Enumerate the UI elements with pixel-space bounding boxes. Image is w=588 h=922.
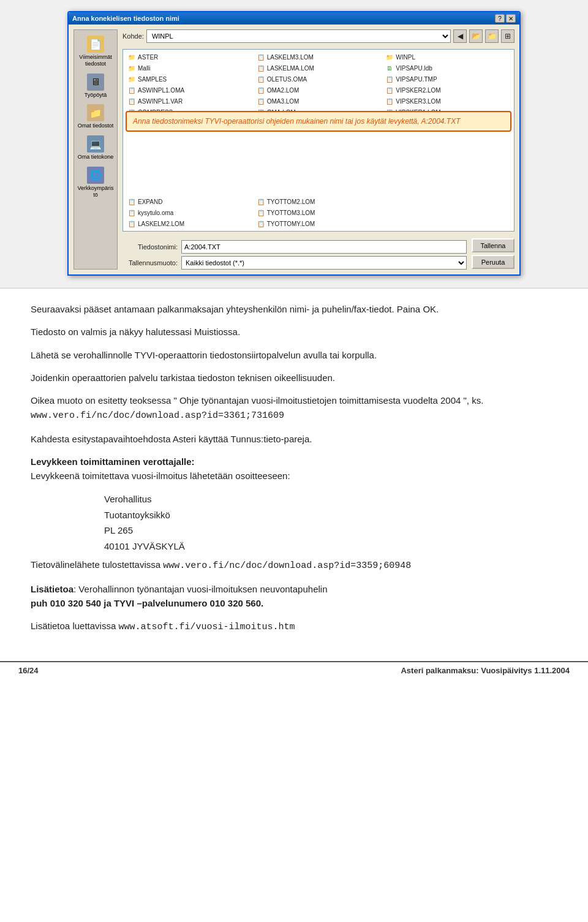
page-footer: 16/24 Asteri palkanmaksu: Vuosipäivitys … [0,661,588,679]
file-name: VIPSKER3.LOM [396,98,440,105]
para6: Kahdesta esitystapavaihtoehdosta Asteri … [31,432,557,446]
tietovaline-label: Tietovälinelähete tulostettavissa [31,559,160,570]
cancel-button[interactable]: Peruuta [472,255,514,269]
filetype-field-row: Tallennusmuoto: Kaikki tiedostot (*.*) [123,256,467,270]
lom-icon: 📋 [257,86,265,94]
lom-icon: 📋 [257,208,265,217]
network-icon: 🌐 [87,167,104,184]
para2: Tiedosto on valmis ja näkyy halutessasi … [31,325,557,339]
filetype-select[interactable]: Kaikki tiedostot (*.*) [181,256,467,270]
lom-icon: 📋 [257,53,265,61]
file-name: ASTER [138,54,158,61]
view-button[interactable]: ⊞ [501,29,514,43]
file-oma3[interactable]: 📋 OMA3.LOM [255,96,383,106]
section-intro: Levykkeenä toimitettava vuosi-ilmoitus l… [31,470,290,481]
file-winpl[interactable]: 📁 WINPL [383,52,511,62]
help-button[interactable]: ? [495,14,505,23]
address-line2: Tuotantoyksikkö [104,507,557,523]
file-expand[interactable]: 📋 EXPAND [126,197,254,206]
newfolder-button[interactable]: 📁 [485,29,499,43]
file-name: Malli [138,65,151,72]
file-oma2[interactable]: 📋 OMA2.LOM [255,85,383,95]
file-tyottom3[interactable]: 📋 TYOTTOM3.LOM [255,208,383,217]
file-name: LASKELM2.LOM [138,221,184,227]
file-name: OLETUS.OMA [267,76,307,83]
file-vipsker2[interactable]: 📋 VIPSKER2.LOM [383,85,511,95]
file-aswinpl1-var[interactable]: 📋 ASWINPL1.VAR [126,96,254,106]
file-vipsker3[interactable]: 📋 VIPSKER3.LOM [383,96,511,106]
sidebar-network[interactable]: 🌐 Verkkoympäristö [76,165,115,200]
dialog-body: 📄 Viimeisimmät tiedostot 🖥 Työpöytä 📁 Om… [69,25,519,274]
annotation-box: Anna tiedostonimeksi TYVI-operaattorisi … [126,111,511,132]
recent-icon: 📄 [87,36,104,53]
up-button[interactable]: 📂 [469,29,483,43]
para1: Seuraavaksi pääset antamaan palkanmaksaj… [31,302,557,316]
file-name: OMA3.LOM [267,98,300,105]
lom-icon: 📋 [257,64,265,72]
dialog-fields: Tiedostonimi: Tallennusmuoto: Kaikki tie… [123,240,467,270]
file-laskelma[interactable]: 📋 LASKELMA.LOM [255,63,383,73]
lisatietoa2-link: www.atsoft.fi/vuosi-ilmoitus.htm [118,622,295,632]
sidebar-computer[interactable]: 💻 Oma tietokone [76,134,115,162]
lom-icon: 📋 [385,86,394,94]
file-name: TYOTTOMY.LOM [267,221,315,227]
docs-label: Omat tiedostot [78,123,114,129]
dialog-sidebar: 📄 Viimeisimmät tiedostot 🖥 Työpöytä 📁 Om… [74,29,118,270]
file-aswinpl1-oma[interactable]: 📋 ASWINPL1.OMA [126,85,254,95]
network-label: Verkkoympäristö [77,185,114,198]
lisatietoa2-text: Lisätietoa luettavissa [31,621,116,631]
file-name: VIPSKER2.LOM [396,87,440,94]
file-icon: 📋 [385,75,394,83]
sidebar-recent[interactable]: 📄 Viimeisimmät tiedostot [76,34,115,69]
file-icon: 📋 [127,208,136,217]
save-button[interactable]: Tallenna [472,238,514,252]
file-laskelm3[interactable]: 📋 LASKELM3.LOM [255,52,383,62]
close-button[interactable]: ✕ [506,14,516,23]
file-name: OMA2.LOM [267,87,300,94]
dialog-buttons: Tallenna Peruuta [469,238,514,269]
folder-icon: 📁 [127,64,136,72]
lom-icon: 📋 [385,97,394,105]
address-line4: 40101 JYVÄSKYLÄ [104,538,557,554]
lom-icon: 📋 [127,219,136,228]
file-name: LASKELMA.LOM [267,65,314,72]
sidebar-docs[interactable]: 📁 Omat tiedostot [76,102,115,131]
file-kysytulo[interactable]: 📋 kysytulo.oma [126,208,254,217]
filename-input[interactable] [181,240,467,254]
file-tyottomy[interactable]: 📋 TYOTTOMY.LOM [255,219,383,229]
file-laskelm2[interactable]: 📋 LASKELM2.LOM [126,219,254,229]
para4: Joidenkin operaattorien palvelu tarkista… [31,371,557,385]
para3: Lähetä se verohallinnolle TYVI-operaatto… [31,348,557,362]
file-vipsapu-ldb[interactable]: 🗎 VIPSAPU.ldb [383,63,511,73]
back-button[interactable]: ◀ [453,29,467,43]
file-icon: 📋 [127,97,136,105]
dialog-titlebar: Anna konekielisen tiedoston nimi ? ✕ [69,12,519,25]
para5-text: Oikea muoto on esitetty teoksessa " Ohje… [31,395,483,406]
sidebar-desktop[interactable]: 🖥 Työpöytä [76,72,115,100]
filename-field-row: Tiedostonimi: [123,240,467,254]
file-malli[interactable]: 📁 Malli [126,63,254,73]
section-heading-text: Levykkeen toimittaminen verottajalle: [31,456,195,467]
file-name: SAMPLES [138,76,167,83]
lisatietoa-label: Lisätietoa [31,584,74,594]
file-name: VIPSAPU.ldb [396,65,432,72]
lom-icon: 📋 [257,197,265,206]
file-tyottom2[interactable]: 📋 TYOTTOM2.LOM [255,197,383,206]
lisatietoa2-line: Lisätietoa luettavissa www.atsoft.fi/vuo… [31,619,557,634]
dialog-window: Anna konekielisen tiedoston nimi ? ✕ 📄 V… [67,11,521,276]
page-info: 16/24 [18,666,39,675]
section-heading: Levykkeen toimittaminen verottajalle: Le… [31,455,557,483]
docs-icon: 📁 [87,104,104,121]
file-samples[interactable]: 📁 SAMPLES [126,74,254,84]
file-oletus[interactable]: 📋 OLETUS.OMA [255,74,383,84]
content-area: Seuraavaksi pääset antamaan palkanmaksaj… [0,289,588,655]
file-name: TYOTTOM2.LOM [267,198,315,205]
file-aster[interactable]: 📁 ASTER [126,52,254,62]
desktop-label: Työpöytä [85,92,107,99]
file-vipsapu-tmp[interactable]: 📋 VIPSAPU.TMP [383,74,511,84]
target-combo[interactable]: WINPL [146,29,451,43]
titlebar-buttons: ? ✕ [495,14,516,23]
file-grid-top: 📁 ASTER 📋 LASKELM3.LOM 📁 WINPL [126,52,511,117]
file-name: kysytulo.oma [138,210,173,216]
lom-icon: 📋 [257,97,265,105]
